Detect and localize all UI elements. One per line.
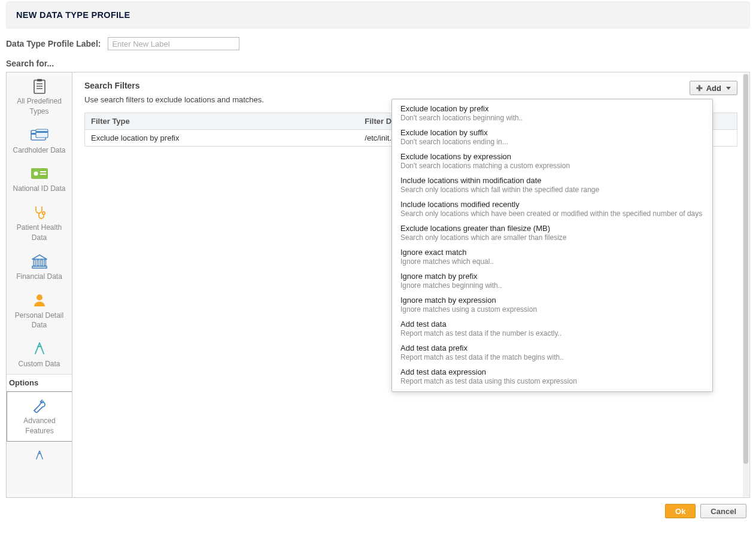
dd-ignore-match-prefix[interactable]: Ignore match by prefix Ignore matches be… <box>392 269 712 293</box>
svg-point-13 <box>42 212 44 214</box>
sidebar-item-cardholder[interactable]: Cardholder Data <box>7 121 72 160</box>
sidebar-item-all-predefined[interactable]: All Predefined Types <box>7 72 72 121</box>
svg-rect-7 <box>36 129 48 138</box>
calipers-icon <box>9 446 69 464</box>
dd-exclude-location-expression[interactable]: Exclude locations by expression Don't se… <box>392 150 712 174</box>
svg-rect-12 <box>40 174 46 175</box>
main-panel: All Predefined Types Cardholder Data <box>6 72 750 498</box>
dd-ignore-match-expression[interactable]: Ignore match by expression Ignore matche… <box>392 293 712 317</box>
credit-card-icon <box>9 126 69 144</box>
page-title: NEW DATA TYPE PROFILE <box>16 10 740 20</box>
sidebar-item-national-id[interactable]: National ID Data <box>7 160 72 199</box>
svg-rect-1 <box>37 79 42 81</box>
dd-ignore-exact-match[interactable]: Ignore exact match Ignore matches which … <box>392 245 712 269</box>
sidebar-item-personal-detail[interactable]: Personal Detail Data <box>7 287 72 336</box>
dd-add-test-data-prefix[interactable]: Add test data prefix Report match as tes… <box>392 341 712 365</box>
footer: Ok Cancel <box>6 498 750 518</box>
svg-rect-19 <box>32 266 47 268</box>
cancel-button[interactable]: Cancel <box>700 504 746 518</box>
sidebar-item-label: Financial Data <box>9 272 69 282</box>
search-for-label: Search for... <box>6 59 750 68</box>
panel-scrollbar[interactable] <box>743 73 749 497</box>
sidebar-item-label: Personal Detail Data <box>9 311 69 331</box>
svg-rect-8 <box>36 131 48 133</box>
dd-include-mod-recent[interactable]: Include locations modified recently Sear… <box>392 197 712 221</box>
svg-rect-15 <box>34 260 35 266</box>
sidebar-options-label: Options <box>7 374 72 391</box>
dd-exclude-location-suffix[interactable]: Exclude location by suffix Don't search … <box>392 126 712 150</box>
scrollbar-thumb[interactable] <box>743 74 748 464</box>
add-button-label: Add <box>706 84 721 93</box>
dd-add-test-data[interactable]: Add test data Report match as test data … <box>392 317 712 341</box>
svg-rect-11 <box>40 171 46 172</box>
svg-rect-0 <box>34 80 45 93</box>
dd-include-mod-date[interactable]: Include locations within modification da… <box>392 174 712 197</box>
sidebar-item-advanced-features[interactable]: Advanced Features <box>7 391 72 442</box>
sidebar-item-label: All Predefined Types <box>9 96 69 117</box>
dd-exclude-location-prefix[interactable]: Exclude location by prefix Don't search … <box>392 102 712 126</box>
chevron-down-icon <box>726 87 731 90</box>
sidebar-item-label: Cardholder Data <box>9 145 69 156</box>
plus-icon: ✚ <box>696 84 703 93</box>
profile-label-input[interactable] <box>108 37 239 50</box>
clipboard-icon <box>9 77 69 95</box>
sidebar-item-label: Advanced Features <box>10 416 69 436</box>
sidebar-item-label: National ID Data <box>9 184 69 194</box>
svg-rect-16 <box>37 260 39 266</box>
header-bar: NEW DATA TYPE PROFILE <box>6 1 750 29</box>
sidebar: All Predefined Types Cardholder Data <box>7 72 72 497</box>
sidebar-item-label: Custom Data <box>9 359 69 369</box>
svg-point-20 <box>37 294 42 300</box>
dd-exclude-filesize[interactable]: Exclude locations greater than filesize … <box>392 221 712 245</box>
sidebar-item-custom-data[interactable]: Custom Data <box>7 335 72 374</box>
dd-add-test-data-expression[interactable]: Add test data expression Report match as… <box>392 365 712 389</box>
svg-rect-17 <box>41 260 42 266</box>
calipers-icon <box>9 340 69 358</box>
person-icon <box>9 291 69 309</box>
sidebar-item-financial[interactable]: Financial Data <box>7 248 72 287</box>
svg-marker-14 <box>32 255 47 259</box>
svg-rect-18 <box>44 260 46 266</box>
cell-filter-type: Exclude location by prefix <box>85 130 359 147</box>
tools-icon <box>10 397 69 415</box>
section-title: Search Filters <box>84 81 264 90</box>
section-hint: Use search filters to exclude locations … <box>84 95 264 104</box>
profile-label-text: Data Type Profile Label: <box>6 39 101 48</box>
sidebar-item-patient-health[interactable]: Patient Health Data <box>7 199 72 248</box>
id-card-icon <box>9 165 69 183</box>
ok-button[interactable]: Ok <box>665 504 696 518</box>
main-content: Search Filters Use search filters to exc… <box>72 72 749 497</box>
bank-icon <box>9 253 69 270</box>
sidebar-item-extra[interactable] <box>7 442 72 464</box>
profile-label-row: Data Type Profile Label: <box>6 37 750 50</box>
col-filter-type: Filter Type <box>85 113 359 130</box>
add-filter-button[interactable]: ✚ Add <box>690 81 737 95</box>
add-filter-dropdown: Exclude location by prefix Don't search … <box>391 99 713 392</box>
svg-point-10 <box>34 172 38 176</box>
stethoscope-icon <box>9 203 69 221</box>
sidebar-item-label: Patient Health Data <box>9 223 69 243</box>
